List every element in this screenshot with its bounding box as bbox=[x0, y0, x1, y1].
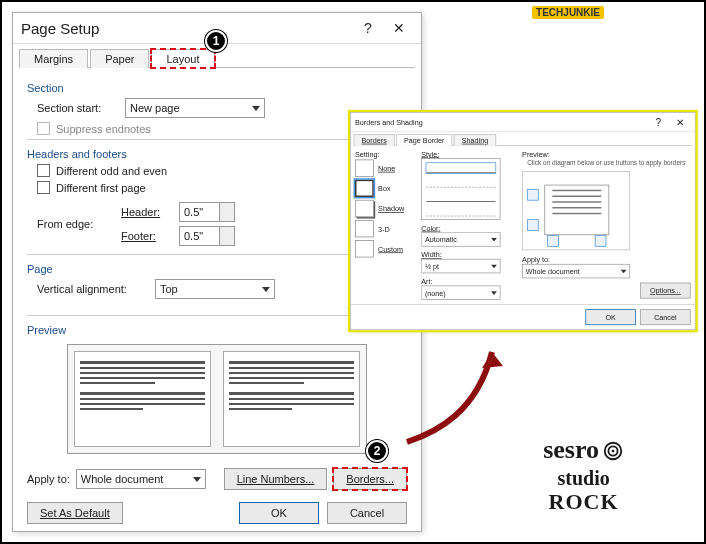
borders-button[interactable]: Borders... bbox=[333, 468, 407, 490]
bs-preview-label: Preview: bbox=[522, 150, 690, 158]
page-setup-title: Page Setup bbox=[21, 20, 99, 37]
page-setup-preview bbox=[67, 344, 367, 454]
bs-edge-top[interactable] bbox=[527, 189, 539, 201]
bs-edge-left[interactable] bbox=[547, 235, 559, 247]
apply-to-select[interactable]: Whole document bbox=[76, 469, 206, 489]
bs-setting-3d-icon[interactable] bbox=[355, 220, 374, 237]
bs-tab-shading[interactable]: Shading bbox=[454, 134, 496, 146]
bs-setting-box-icon[interactable] bbox=[355, 180, 374, 197]
help-icon[interactable]: ? bbox=[354, 17, 382, 39]
footer-spin[interactable]: 0.5" bbox=[179, 226, 235, 246]
bs-setting-3d[interactable]: 3-D bbox=[378, 225, 390, 233]
bs-art-select[interactable]: (none) bbox=[421, 286, 500, 300]
suppress-endnotes-label: Suppress endnotes bbox=[56, 123, 151, 135]
bs-tab-page-border[interactable]: Page Border bbox=[396, 134, 452, 146]
bs-preview-area[interactable] bbox=[522, 171, 630, 250]
diff-odd-even-label: Different odd and even bbox=[56, 165, 167, 177]
bs-color-select[interactable]: Automatic bbox=[421, 232, 500, 246]
bs-art-value: (none) bbox=[425, 289, 446, 297]
borders-shading-dialog: Borders and Shading ? ✕ Borders Page Bor… bbox=[350, 112, 696, 330]
bs-apply-to-value: Whole document bbox=[526, 267, 580, 275]
bs-preview-hint: Click on diagram below or use buttons to… bbox=[522, 160, 690, 167]
set-default-button[interactable]: Set As Default bbox=[27, 502, 123, 524]
bs-close-icon[interactable]: ✕ bbox=[670, 114, 690, 130]
bs-titlebar: Borders and Shading ? ✕ bbox=[351, 113, 695, 132]
diff-first-page-checkbox[interactable] bbox=[37, 181, 50, 194]
section-heading: Section bbox=[27, 82, 407, 94]
bs-setting-label: Setting: bbox=[355, 150, 414, 158]
watermark-logo: sesro studio ROCK bbox=[543, 438, 624, 512]
apply-to-value: Whole document bbox=[81, 473, 164, 485]
bs-options-button[interactable]: Options... bbox=[640, 283, 690, 299]
bs-help-icon[interactable]: ? bbox=[648, 114, 668, 130]
ok-button[interactable]: OK bbox=[239, 502, 319, 524]
bs-art-label: Art: bbox=[421, 278, 515, 286]
section-start-select[interactable]: New page bbox=[125, 98, 265, 118]
bs-apply-to-select[interactable]: Whole document bbox=[522, 264, 630, 278]
diff-first-page-label: Different first page bbox=[56, 182, 146, 194]
valign-select[interactable]: Top bbox=[155, 279, 275, 299]
bs-setting-shadow-icon[interactable] bbox=[355, 200, 374, 217]
bs-cancel-button[interactable]: Cancel bbox=[640, 309, 690, 325]
bs-setting-custom-icon[interactable] bbox=[355, 240, 374, 257]
suppress-endnotes-checkbox bbox=[37, 122, 50, 135]
bs-setting-shadow[interactable]: Shadow bbox=[378, 205, 404, 213]
bs-edge-right[interactable] bbox=[595, 235, 607, 247]
footer-label: Footer: bbox=[121, 230, 171, 242]
section-start-value: New page bbox=[130, 102, 180, 114]
line-numbers-button[interactable]: Line Numbers... bbox=[224, 468, 328, 490]
apply-to-label: Apply to: bbox=[27, 473, 70, 485]
bs-style-list[interactable] bbox=[421, 158, 500, 220]
bs-tabs: Borders Page Border Shading bbox=[354, 134, 692, 146]
tab-paper[interactable]: Paper bbox=[90, 49, 149, 68]
bs-setting-none-icon[interactable] bbox=[355, 160, 374, 177]
bs-preview-page bbox=[544, 185, 609, 235]
valign-value: Top bbox=[160, 283, 178, 295]
bs-apply-to-label: Apply to: bbox=[522, 256, 690, 264]
valign-label: Vertical alignment: bbox=[37, 283, 147, 295]
bs-color-value: Automatic bbox=[425, 235, 457, 243]
header-label: Header: bbox=[121, 206, 171, 218]
bs-color-label: Color: bbox=[421, 224, 515, 232]
callout-one: 1 bbox=[205, 30, 227, 52]
section-start-label: Section start: bbox=[37, 102, 117, 114]
bs-edge-bottom[interactable] bbox=[527, 219, 539, 231]
tab-margins[interactable]: Margins bbox=[19, 49, 88, 68]
from-edge-label: From edge: bbox=[37, 218, 113, 230]
bs-setting-custom[interactable]: Custom bbox=[378, 245, 403, 253]
bs-width-select[interactable]: ½ pt bbox=[421, 259, 500, 273]
cancel-button[interactable]: Cancel bbox=[327, 502, 407, 524]
bs-style-label: Style: bbox=[421, 150, 515, 158]
header-spin[interactable]: 0.5" bbox=[179, 202, 235, 222]
bs-ok-button[interactable]: OK bbox=[585, 309, 635, 325]
close-icon[interactable]: ✕ bbox=[385, 17, 413, 39]
footer-value: 0.5" bbox=[184, 230, 203, 242]
bs-title: Borders and Shading bbox=[355, 118, 423, 126]
bs-width-label: Width: bbox=[421, 251, 515, 259]
header-value: 0.5" bbox=[184, 206, 203, 218]
svg-point-2 bbox=[612, 449, 615, 452]
bs-tab-borders[interactable]: Borders bbox=[354, 134, 395, 146]
diff-odd-even-checkbox[interactable] bbox=[37, 164, 50, 177]
bs-setting-box[interactable]: Box bbox=[378, 184, 390, 192]
callout-two: 2 bbox=[366, 440, 388, 462]
overlay-brand-badge: TECHJUNKIE bbox=[532, 6, 604, 19]
bs-width-value: ½ pt bbox=[425, 262, 439, 270]
tab-layout[interactable]: Layout bbox=[151, 49, 214, 68]
bs-setting-none[interactable]: None bbox=[378, 164, 395, 172]
